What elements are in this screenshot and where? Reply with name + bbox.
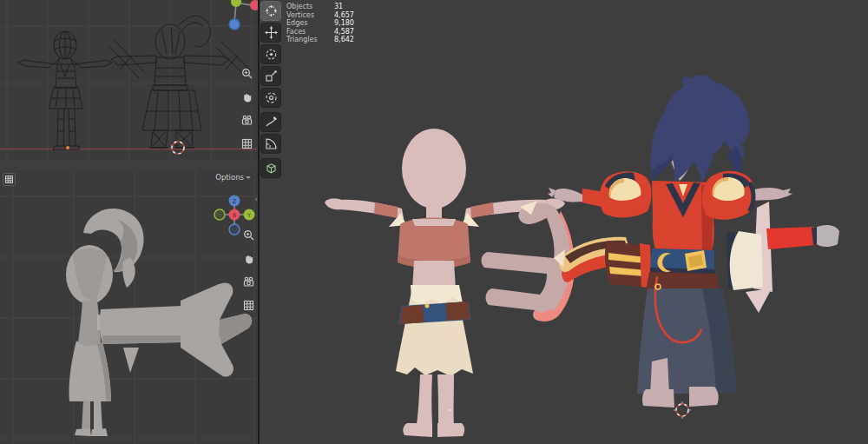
wireframe-character-large[interactable] — [108, 16, 252, 148]
grid-ortho-icon[interactable] — [241, 298, 256, 313]
origin-dot — [448, 408, 450, 411]
camera-icon[interactable] — [241, 275, 256, 289]
gizmo-y-ball[interactable] — [231, 0, 241, 7]
stat-row: Triangles8,642 — [286, 36, 354, 44]
camera-icon[interactable] — [240, 113, 254, 128]
wireframe-scene[interactable] — [0, 0, 258, 159]
add-cube-tool-button[interactable] — [260, 158, 281, 178]
options-dropdown[interactable]: Options — [215, 173, 253, 182]
right-shoulder-pad — [702, 171, 755, 220]
statistics-overlay: Objects31 Vertices4,657 Edges9,180 Faces… — [286, 3, 354, 44]
move-tool-button[interactable] — [260, 23, 281, 43]
pan-hand-icon[interactable] — [241, 251, 256, 266]
character-warrior-girl[interactable] — [548, 75, 839, 408]
measure-tool-button[interactable] — [260, 134, 281, 154]
transform-tool-button[interactable] — [260, 88, 281, 108]
wireframe-viewport[interactable] — [0, 0, 258, 159]
cursor-3d — [674, 401, 691, 419]
scale-tool-button[interactable] — [260, 66, 281, 86]
chevron-down-icon — [246, 176, 251, 179]
left-shoulder-pad — [600, 171, 652, 217]
svg-text:Y: Y — [247, 212, 251, 219]
stat-row: Objects31 — [286, 3, 354, 11]
viewport-nav-icons — [241, 228, 256, 321]
cursor-tool-button[interactable] — [260, 1, 281, 21]
tool-shelf — [260, 1, 283, 180]
svg-text:X: X — [233, 212, 237, 219]
object-origin-dot — [66, 146, 69, 149]
clay-viewport[interactable]: Z X Y Options ‹ — [0, 170, 258, 444]
grid-lines — [0, 0, 258, 159]
grid-ortho-icon[interactable] — [240, 136, 254, 151]
sheathed-sword[interactable] — [727, 202, 839, 313]
gizmo-z-neg-ball[interactable] — [229, 224, 240, 235]
toolbar-toggle-icon[interactable] — [3, 173, 16, 186]
wireframe-character-small[interactable] — [18, 31, 112, 149]
main-viewport[interactable]: Objects31 Vertices4,657 Edges9,180 Faces… — [260, 0, 868, 444]
stat-row: Edges9,180 — [286, 19, 354, 28]
svg-text:Z: Z — [233, 198, 237, 205]
character-village-girl[interactable] — [325, 129, 565, 437]
gizmo-y-neg-ball[interactable] — [214, 209, 225, 220]
rotate-tool-button[interactable] — [260, 44, 281, 64]
annotate-tool-button[interactable] — [260, 112, 281, 132]
blender-window: ode View Select Add Object Global — [0, 0, 868, 444]
girl-head[interactable] — [402, 129, 466, 209]
gizmo-x-ball[interactable] — [250, 0, 258, 10]
pan-hand-icon[interactable] — [240, 89, 254, 104]
zoom-icon[interactable] — [241, 228, 256, 242]
viewport-nav-icons — [240, 66, 254, 159]
nav-gizmo[interactable] — [229, 0, 258, 30]
clay-character[interactable] — [66, 209, 252, 436]
zoom-icon[interactable] — [240, 66, 254, 81]
clay-scene[interactable]: Z X Y — [0, 170, 258, 444]
stat-row: Faces4,587 — [286, 28, 354, 36]
main-scene[interactable] — [260, 0, 868, 444]
stat-row: Vertices4,657 — [286, 11, 354, 20]
